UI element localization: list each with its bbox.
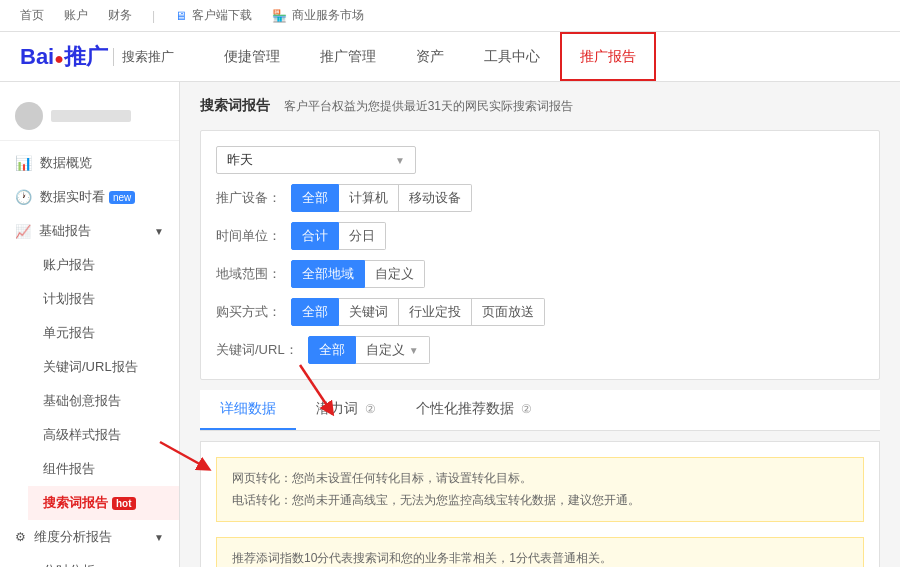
filter-section: 昨天 ▼ 推广设备： 全部 计算机 移动设备 时间单位： 合计 分日 xyxy=(200,130,880,380)
time-daily-btn[interactable]: 分日 xyxy=(339,222,386,250)
nav-report[interactable]: 推广报告 xyxy=(560,32,656,81)
avatar xyxy=(15,102,43,130)
topbar-account[interactable]: 账户 xyxy=(64,7,88,24)
top-bar: 首页 账户 财务 | 🖥 客户端下载 🏪 商业服务市场 xyxy=(0,0,900,32)
purchase-all-btn[interactable]: 全部 xyxy=(291,298,339,326)
sidebar-label-plan-report: 计划报告 xyxy=(43,290,95,308)
layout: 📊 数据概览 🕐 数据实时看 new 📈 基础报告 ▼ 账户报告 计划报告 单元… xyxy=(0,82,900,567)
sidebar-item-account-report[interactable]: 账户报告 xyxy=(28,248,179,282)
date-dropdown[interactable]: 昨天 ▼ xyxy=(216,146,416,174)
device-filter-label: 推广设备： xyxy=(216,189,281,207)
sidebar-label-basic-creative: 基础创意报告 xyxy=(43,392,121,410)
sidebar-item-search-term[interactable]: 搜索词报告 hot xyxy=(28,486,179,520)
purchase-industry-btn[interactable]: 行业定投 xyxy=(399,298,472,326)
help-icon-1: ② xyxy=(365,402,376,416)
hot-badge: hot xyxy=(112,497,136,510)
sidebar-item-unit-report[interactable]: 单元报告 xyxy=(28,316,179,350)
sidebar-label-advanced-style: 高级样式报告 xyxy=(43,426,121,444)
notice-box: 网页转化：您尚未设置任何转化目标，请设置转化目标。 电话转化：您尚未开通高线宝，… xyxy=(216,457,864,522)
device-mobile-btn[interactable]: 移动设备 xyxy=(399,184,472,212)
purchase-keyword-btn[interactable]: 关键词 xyxy=(339,298,399,326)
report-title: 搜索词报告 xyxy=(200,97,270,113)
sidebar-label-keyword-url: 关键词/URL报告 xyxy=(43,358,138,376)
time-unit-btn-group: 合计 分日 xyxy=(291,222,386,250)
market-icon: 🏪 xyxy=(272,9,287,23)
sidebar-sub-depth: 分时分析 左侧/上方排名分析 地域报告 转化报告 无效点击报告 new 推广活动… xyxy=(0,554,179,567)
sidebar-section-depth[interactable]: ⚙ 维度分析报告 ▼ xyxy=(0,520,179,554)
notice2-line-1: 推荐添词指数10分代表搜索词和您的业务非常相关，1分代表普通相关。 xyxy=(232,548,848,567)
sidebar-label-account-report: 账户报告 xyxy=(43,256,95,274)
sidebar-label-unit-report: 单元报告 xyxy=(43,324,95,342)
divider: | xyxy=(152,9,155,23)
header: Bai●推广 搜索推广 便捷管理 推广管理 资产 工具中心 推广报告 xyxy=(0,32,900,82)
sidebar-label-basic-report: 基础报告 xyxy=(39,222,91,240)
tab-detail[interactable]: 详细数据 xyxy=(200,390,296,430)
notice-line-1: 网页转化：您尚未设置任何转化目标，请设置转化目标。 xyxy=(232,468,848,490)
device-btn-group: 全部 计算机 移动设备 xyxy=(291,184,472,212)
sidebar: 📊 数据概览 🕐 数据实时看 new 📈 基础报告 ▼ 账户报告 计划报告 单元… xyxy=(0,82,180,567)
topbar-client[interactable]: 客户端下载 xyxy=(192,7,252,24)
time-unit-filter-row: 时间单位： 合计 分日 xyxy=(216,222,864,250)
notice-line-2: 电话转化：您尚未开通高线宝，无法为您监控高线宝转化数据，建议您开通。 xyxy=(232,490,848,512)
sidebar-item-time-analysis[interactable]: 分时分析 xyxy=(28,554,179,567)
purchase-btn-group: 全部 关键词 行业定投 页面放送 xyxy=(291,298,545,326)
topbar-market[interactable]: 商业服务市场 xyxy=(292,7,364,24)
chevron-down-icon: ▼ xyxy=(154,226,164,237)
region-all-btn[interactable]: 全部地域 xyxy=(291,260,365,288)
sidebar-label-data-overview: 数据概览 xyxy=(40,154,92,172)
region-filter-row: 地域范围： 全部地域 自定义 xyxy=(216,260,864,288)
region-label: 地域范围： xyxy=(216,265,281,283)
new-badge-realtime: new xyxy=(109,191,135,204)
time-unit-label: 时间单位： xyxy=(216,227,281,245)
logo: Bai●推广 搜索推广 xyxy=(20,42,174,72)
main-content: 搜索词报告 客户平台权益为您提供最近31天的网民实际搜索词报告 昨天 ▼ 推广设… xyxy=(180,82,900,567)
report-subtitle: 客户平台权益为您提供最近31天的网民实际搜索词报告 xyxy=(284,99,573,113)
date-dropdown-value: 昨天 xyxy=(227,151,253,169)
keyword-btn-group: 全部 自定义 ▼ xyxy=(308,336,430,364)
device-pc-btn[interactable]: 计算机 xyxy=(339,184,399,212)
sidebar-wrapper: 📊 数据概览 🕐 数据实时看 new 📈 基础报告 ▼ 账户报告 计划报告 单元… xyxy=(0,82,180,567)
keyword-label: 关键词/URL： xyxy=(216,341,298,359)
date-filter-row: 昨天 ▼ xyxy=(216,146,864,174)
tab-potential[interactable]: 潜力词 ② xyxy=(296,390,396,430)
nav-convenient[interactable]: 便捷管理 xyxy=(204,32,300,81)
baidu-logo: Bai●推广 xyxy=(20,42,108,72)
sidebar-item-plan-report[interactable]: 计划报告 xyxy=(28,282,179,316)
sidebar-label-search-term: 搜索词报告 xyxy=(43,494,108,512)
keyword-custom-label: 自定义 xyxy=(366,341,405,359)
sidebar-item-data-overview[interactable]: 📊 数据概览 xyxy=(0,146,179,180)
device-all-btn[interactable]: 全部 xyxy=(291,184,339,212)
sidebar-item-advanced-style[interactable]: 高级样式报告 xyxy=(28,418,179,452)
nav-tools[interactable]: 工具中心 xyxy=(464,32,560,81)
chevron-down-keyword: ▼ xyxy=(409,345,419,356)
bar-chart-icon: 📊 xyxy=(15,155,32,171)
chevron-down-date: ▼ xyxy=(395,155,405,166)
tab-personalized[interactable]: 个性化推荐数据 ② xyxy=(396,390,552,430)
sidebar-item-component[interactable]: 组件报告 xyxy=(28,452,179,486)
content-area: 网页转化：您尚未设置任何转化目标，请设置转化目标。 电话转化：您尚未开通高线宝，… xyxy=(200,441,880,567)
topbar-home[interactable]: 首页 xyxy=(20,7,44,24)
username xyxy=(51,110,131,122)
sidebar-section-basic-report[interactable]: 📈 基础报告 ▼ xyxy=(0,214,179,248)
tabs: 详细数据 潜力词 ② 个性化推荐数据 ② xyxy=(200,390,880,431)
nav-assets[interactable]: 资产 xyxy=(396,32,464,81)
logo-sub: 搜索推广 xyxy=(113,48,174,66)
client-icon: 🖥 xyxy=(175,9,187,23)
keyword-all-btn[interactable]: 全部 xyxy=(308,336,356,364)
sidebar-label-realtime: 数据实时看 xyxy=(40,188,105,206)
nav-menu: 便捷管理 推广管理 资产 工具中心 推广报告 xyxy=(204,32,900,81)
device-filter-row: 推广设备： 全部 计算机 移动设备 xyxy=(216,184,864,212)
sidebar-item-realtime[interactable]: 🕐 数据实时看 new xyxy=(0,180,179,214)
sidebar-item-keyword-url-report[interactable]: 关键词/URL报告 xyxy=(28,350,179,384)
sidebar-item-basic-creative[interactable]: 基础创意报告 xyxy=(28,384,179,418)
topbar-finance[interactable]: 财务 xyxy=(108,7,132,24)
sidebar-label-depth: 维度分析报告 xyxy=(34,528,112,546)
chevron-down-icon-2: ▼ xyxy=(154,532,164,543)
region-custom-btn[interactable]: 自定义 xyxy=(365,260,425,288)
nav-promo[interactable]: 推广管理 xyxy=(300,32,396,81)
clock-icon: 🕐 xyxy=(15,189,32,205)
keyword-custom-btn[interactable]: 自定义 ▼ xyxy=(356,336,430,364)
time-total-btn[interactable]: 合计 xyxy=(291,222,339,250)
report-header: 搜索词报告 客户平台权益为您提供最近31天的网民实际搜索词报告 xyxy=(200,97,880,115)
purchase-page-btn[interactable]: 页面放送 xyxy=(472,298,545,326)
